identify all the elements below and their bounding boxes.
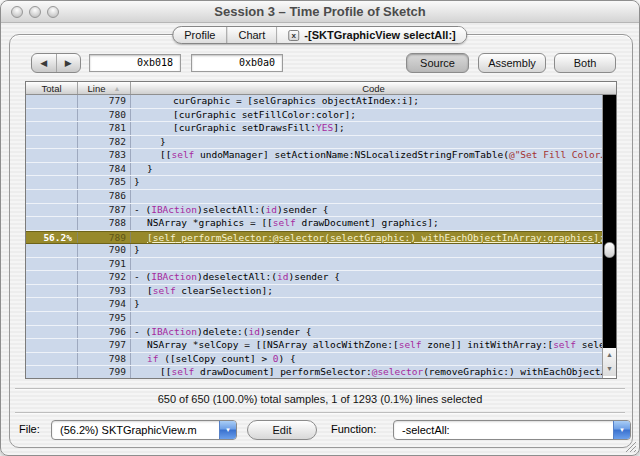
total-cell	[26, 326, 78, 339]
table-row[interactable]: 793[self clearSelection];	[26, 285, 602, 299]
table-row[interactable]: 56.2%789[self performSelector:@selector(…	[26, 231, 602, 245]
table-row[interactable]: 797NSArray *selCopy = [[NSArray allocWit…	[26, 339, 602, 353]
total-cell	[26, 176, 78, 189]
total-cell	[26, 109, 78, 122]
line-number-cell: 794	[78, 298, 131, 311]
code-cell	[131, 190, 602, 203]
table-row[interactable]: 798if ([selCopy count] > 0) {	[26, 353, 602, 367]
column-header-total[interactable]: Total	[26, 82, 78, 94]
tab-close-icon[interactable]: x	[288, 30, 299, 41]
total-cell: 56.2%	[26, 232, 78, 244]
file-label: File:	[19, 423, 40, 435]
scroll-up-icon[interactable]: ▲	[603, 348, 616, 362]
total-cell	[26, 285, 78, 298]
back-arrow-icon: ◀	[40, 58, 47, 68]
total-cell	[26, 95, 78, 108]
table-row[interactable]: 794}	[26, 298, 602, 312]
table-row[interactable]: 785}	[26, 176, 602, 190]
scrollbar-track[interactable]	[603, 95, 616, 348]
code-cell: NSArray *graphics = [[self drawDocument]…	[131, 217, 602, 230]
tab-chart[interactable]: Chart	[227, 27, 277, 43]
scrollbar-arrows: ▲ ▼	[603, 348, 616, 376]
resize-grip-icon[interactable]	[623, 439, 636, 452]
table-row[interactable]: 783[[self undoManager] setActionName:NSL…	[26, 149, 602, 163]
column-header-code[interactable]: Code	[131, 82, 616, 94]
tab-selectall-label: -[SKTGraphicView selectAll:]	[304, 29, 455, 41]
assembly-button[interactable]: Assembly	[478, 53, 546, 73]
code-cell: curGraphic = [selGraphics objectAtIndex:…	[131, 95, 602, 108]
code-cell: NSArray *selCopy = [[NSArray allocWithZo…	[131, 339, 602, 352]
tab-selectall[interactable]: x -[SKTGraphicView selectAll:]	[277, 27, 466, 43]
address-field-2[interactable]: 0xb0a0	[191, 54, 283, 72]
code-cell: - (IBAction)deselectAll:(id)sender {	[131, 271, 602, 284]
file-popup-arrow-icon: ▼	[219, 421, 236, 439]
source-button[interactable]: Source	[406, 53, 469, 73]
table-row[interactable]: 779curGraphic = [selGraphics objectAtInd…	[26, 95, 602, 109]
sort-ascending-icon: ▲	[114, 85, 121, 92]
total-cell	[26, 136, 78, 149]
tab-bar: Profile Chart x -[SKTGraphicView selectA…	[172, 26, 467, 44]
code-cell: }	[131, 298, 602, 311]
line-number-cell: 780	[78, 109, 131, 122]
code-cell: - (IBAction)delete:(id)sender {	[131, 326, 602, 339]
code-cell: }	[131, 136, 602, 149]
window-title: Session 3 – Time Profile of Sketch	[1, 4, 639, 19]
table-row[interactable]: 787- (IBAction)selectAll:(id)sender {	[26, 204, 602, 218]
footer-bar: File: (56.2%) SKTGraphicView.m ▼ Edit Fu…	[1, 420, 639, 442]
line-number-cell: 796	[78, 326, 131, 339]
table-row[interactable]: 781[curGraphic setDrawsFill:YES];	[26, 122, 602, 136]
title-bar[interactable]: Session 3 – Time Profile of Sketch	[1, 1, 639, 23]
code-cell: [[self undoManager] setActionName:NSLoca…	[131, 149, 602, 162]
table-row[interactable]: 795	[26, 312, 602, 326]
total-cell	[26, 204, 78, 217]
total-cell	[26, 271, 78, 284]
vertical-scrollbar[interactable]: ▲ ▼	[602, 95, 616, 378]
line-number-cell: 793	[78, 285, 131, 298]
scroll-down-icon[interactable]: ▼	[603, 362, 616, 376]
status-divider-bottom	[15, 412, 625, 414]
forward-button[interactable]: ▶	[57, 54, 81, 72]
code-cell: }	[131, 244, 602, 257]
function-label: Function:	[331, 423, 376, 435]
total-cell	[26, 149, 78, 162]
table-row[interactable]: 796- (IBAction)delete:(id)sender {	[26, 326, 602, 340]
table-row[interactable]: 784}	[26, 163, 602, 177]
line-number-cell: 792	[78, 271, 131, 284]
total-cell	[26, 366, 78, 378]
edit-button[interactable]: Edit	[247, 420, 317, 440]
tab-chart-label: Chart	[238, 29, 265, 41]
table-header: Total Line ▲ Code	[26, 82, 616, 95]
tab-profile[interactable]: Profile	[173, 27, 227, 43]
code-cell	[131, 312, 602, 325]
line-number-cell: 790	[78, 244, 131, 257]
address-field-1[interactable]: 0xb018	[89, 54, 181, 72]
table-row[interactable]: 791	[26, 258, 602, 272]
table-row[interactable]: 788NSArray *graphics = [[self drawDocume…	[26, 217, 602, 231]
table-row[interactable]: 792- (IBAction)deselectAll:(id)sender {	[26, 271, 602, 285]
app-window: Session 3 – Time Profile of Sketch Profi…	[0, 0, 640, 456]
total-cell	[26, 298, 78, 311]
line-number-cell: 799	[78, 366, 131, 378]
code-cell: [curGraphic setFillColor:color];	[131, 109, 602, 122]
status-text: 650 of 650 (100.0%) total samples, 1 of …	[1, 393, 639, 405]
file-popup-value: (56.2%) SKTGraphicView.m	[52, 421, 219, 439]
both-button[interactable]: Both	[554, 53, 616, 73]
column-header-line[interactable]: Line ▲	[78, 82, 131, 94]
table-row[interactable]: 782}	[26, 136, 602, 150]
total-cell	[26, 312, 78, 325]
file-popup[interactable]: (56.2%) SKTGraphicView.m ▼	[51, 420, 237, 440]
line-number-cell: 787	[78, 204, 131, 217]
code-cell: }	[131, 163, 602, 176]
table-row[interactable]: 786	[26, 190, 602, 204]
code-cell: [curGraphic setDrawsFill:YES];	[131, 122, 602, 135]
table-row[interactable]: 799[[self drawDocument] performSelector:…	[26, 366, 602, 378]
table-row[interactable]: 780[curGraphic setFillColor:color];	[26, 109, 602, 123]
history-nav: ◀ ▶	[31, 53, 81, 73]
table-row[interactable]: 790}	[26, 244, 602, 258]
scrollbar-thumb[interactable]	[604, 242, 615, 258]
function-popup[interactable]: -selectAll: ▼	[393, 420, 631, 440]
tab-profile-label: Profile	[184, 29, 215, 41]
code-cell: if ([selCopy count] > 0) {	[131, 353, 602, 366]
code-table: Total Line ▲ Code 779curGraphic = [selGr…	[25, 81, 617, 379]
back-button[interactable]: ◀	[32, 54, 57, 72]
